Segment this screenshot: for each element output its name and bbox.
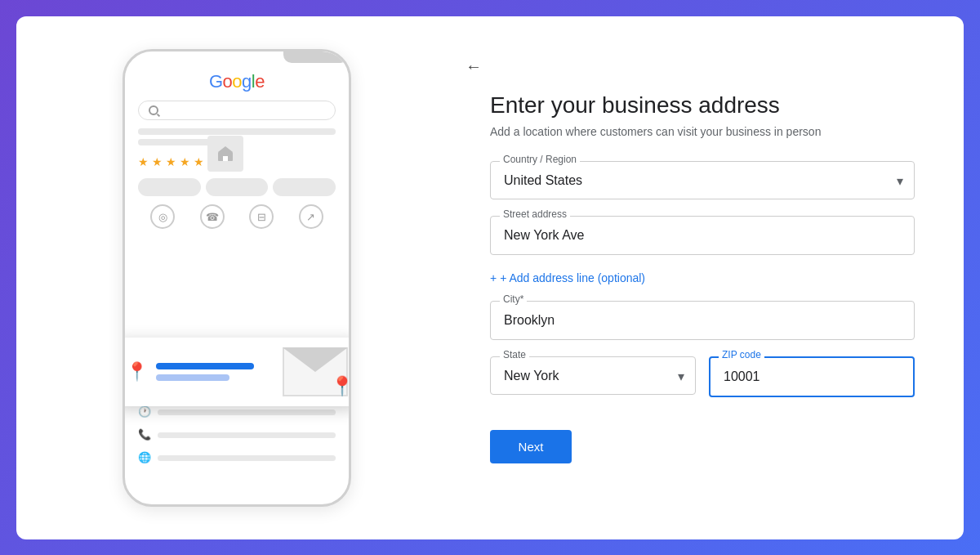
map-card-lines (156, 363, 274, 381)
phone-list-items: 🕐 📞 🌐 (125, 397, 349, 482)
state-select-wrapper: New York ▾ (490, 356, 696, 395)
map-line-1 (156, 363, 254, 369)
star-1: ★ (138, 155, 149, 168)
state-zip-row: State New York ▾ ZIP code (490, 356, 915, 414)
directions-icon: ◎ (150, 204, 175, 229)
star-5: ★ (194, 155, 204, 168)
add-line-label: + Add address line (optional) (500, 271, 645, 284)
next-button[interactable]: Next (490, 430, 572, 463)
city-label: City* (500, 293, 527, 305)
star-4: ★ (180, 155, 190, 168)
phone-list-row-2: 📞 (138, 428, 336, 441)
globe-icon: 🌐 (138, 451, 151, 464)
street-label: Street address (500, 208, 570, 220)
call-icon: ☎ (200, 204, 225, 229)
phone-line (138, 128, 336, 135)
country-select-wrapper: United States ▾ (490, 161, 915, 199)
map-line-2 (156, 374, 229, 381)
pill-2 (206, 178, 269, 196)
back-button[interactable]: ← (466, 57, 490, 76)
map-card: 📍 📍 (122, 338, 351, 406)
left-panel: Google ★ ★ ★ ★ ★ (49, 49, 425, 507)
share-icon: ↗ (299, 204, 323, 229)
zip-label: ZIP code (719, 349, 764, 360)
street-input[interactable] (490, 216, 915, 255)
main-card: Google ★ ★ ★ ★ ★ (16, 16, 964, 539)
google-logo: Google (138, 71, 336, 92)
page-title: Enter your business address (490, 92, 915, 119)
action-icons-row: ◎ ☎ ⊟ ↗ (138, 204, 336, 229)
zip-input[interactable] (709, 356, 915, 397)
save-icon: ⊟ (249, 204, 274, 229)
street-field-group: Street address (490, 216, 915, 255)
biz-thumbnail (207, 136, 243, 172)
state-field-group: State New York ▾ (490, 356, 696, 397)
plus-icon: + (490, 271, 497, 284)
stars-row: ★ ★ ★ ★ ★ (138, 152, 336, 172)
map-envelope: 📍 (283, 347, 348, 396)
phone-list-row-1: 🕐 (138, 405, 336, 418)
envelope-flap (283, 347, 348, 372)
phone-list-row-3: 🌐 (138, 451, 336, 464)
state-label: State (500, 349, 529, 360)
phone-list-line-2 (158, 432, 336, 438)
country-field-group: Country / Region United States ▾ (490, 161, 915, 199)
page-subtitle: Add a location where customers can visit… (490, 125, 915, 138)
phone-icon: 📞 (138, 428, 151, 441)
city-field-group: City* (490, 301, 915, 340)
svg-rect-1 (223, 156, 228, 161)
search-icon (149, 105, 158, 115)
action-pills (138, 178, 336, 196)
phone-notch (283, 51, 349, 63)
phone-list-line-1 (158, 410, 336, 415)
map-pin-red-icon: 📍 (330, 375, 348, 396)
right-panel: ← Enter your business address Add a loca… (457, 49, 931, 507)
pill-1 (138, 178, 201, 196)
star-2: ★ (152, 155, 163, 168)
clock-icon: 🕐 (138, 405, 151, 418)
phone-content: Google ★ ★ ★ ★ ★ (125, 63, 349, 250)
phone-mockup: Google ★ ★ ★ ★ ★ (122, 49, 351, 507)
city-input[interactable] (490, 301, 915, 340)
add-address-line-button[interactable]: + + Add address line (optional) (490, 271, 915, 284)
pill-3 (273, 178, 336, 196)
map-pin-blue-icon: 📍 (126, 361, 148, 383)
phone-search-bar (138, 101, 336, 120)
zip-field-group: ZIP code (709, 356, 915, 397)
country-select[interactable]: United States (490, 161, 915, 199)
phone-list-line-3 (158, 455, 336, 461)
star-3: ★ (166, 155, 176, 168)
country-label: Country / Region (500, 154, 580, 165)
state-select[interactable]: New York (490, 356, 696, 395)
